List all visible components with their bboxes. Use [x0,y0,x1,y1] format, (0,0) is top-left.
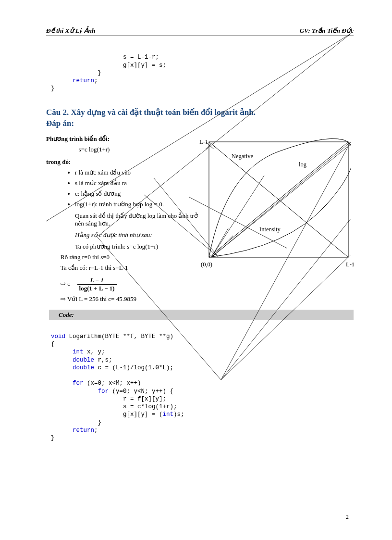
code-heading: Code: [46,310,354,320]
answer-label: Đáp án: [46,119,354,128]
header-left: Đề thi Xử Lý Ảnh [46,26,96,35]
with-L: ⇨ Với L = 256 thì c= 45.9859 [61,295,354,303]
transform-chart [202,137,351,272]
answer-body: Phương trình biến đổi: s=c log(1+r) tron… [46,135,205,251]
bullet-log: log(1+r): tránh trường hợp log = 0. [75,201,205,208]
negative-label: Negative [232,153,253,160]
arrow-icon: ⇨ [61,295,66,302]
header-right: GV: Trần Tiến Đức [299,26,354,35]
where-label: trong đó: [46,158,205,166]
formula: s=c log(1+r) [46,146,142,153]
numerator: L − 1 [77,276,117,285]
page: Đề thi Xử Lý Ảnh GV: Trần Tiến Đức s = L… [0,0,392,540]
page-header: Đề thi Xử Lý Ảnh GV: Trần Tiến Đức [46,26,354,36]
fraction-line: ⇨ c= L − 1 log(1 + L − 1) [61,276,354,292]
eq-repeat: Ta có phương trình: s=c log(1+r) [75,243,205,251]
const-intro: Hằng số c được tính như sau: [75,231,205,239]
bullet-r: r là mức xám đầu vào [75,169,205,176]
x-max-label: L-1 [346,261,355,268]
observation: Quan sát đồ thị thấy đường log làm cho ả… [75,212,200,227]
code-snippet-1: s = L-1-r; g[x][y] = s; } return; } [51,46,354,93]
arrow-icon: ⇨ [61,280,66,287]
bullet-s: s là mức xám đầu ra [75,179,205,187]
intensity-label: Intensity [259,226,281,233]
log-label: log [299,161,306,168]
bullet-list: r là mức xám đầu vào s là mức xám đầu ra… [75,169,205,208]
question-2-title: Câu 2. Xây dựng và cài đặt thuật toán bi… [46,107,354,118]
origin-label: (0,0) [201,261,212,268]
denominator: log(1 + L − 1) [77,285,117,292]
code-snippet-2: void Logarithm(BYTE **f, BYTE **g) { int… [51,325,354,442]
bullet-c: c: hằng số dương [75,190,205,198]
fraction: L − 1 log(1 + L − 1) [77,276,117,292]
page-number: 2 [346,513,349,521]
c-eq: c= [67,280,74,287]
y-max-label: L-1 [199,138,208,146]
eq-intro: Phương trình biến đổi: [46,135,205,143]
